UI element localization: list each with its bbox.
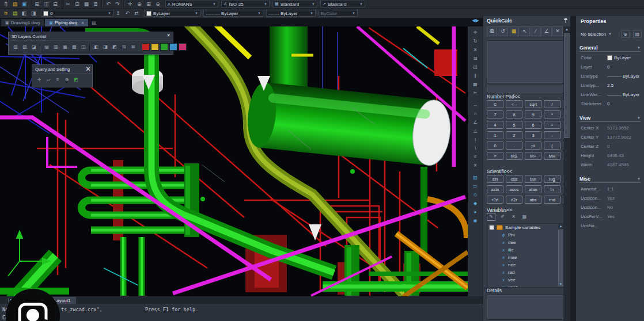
layer-match-icon[interactable]: ◪ xyxy=(29,43,39,51)
checkbox-icon[interactable] xyxy=(489,225,494,230)
paste-value-icon[interactable]: ▦ xyxy=(509,26,519,36)
property-value[interactable]: 9373.0652 xyxy=(607,125,629,131)
sci-btn-r2d[interactable]: r2d xyxy=(487,196,503,204)
paste-icon[interactable]: ▦ xyxy=(82,1,91,8)
hatch-icon[interactable]: ▨ xyxy=(469,174,482,182)
property-value[interactable]: 0 xyxy=(607,144,609,149)
cut-icon[interactable]: ✂ xyxy=(63,1,73,8)
numpad-btn-4[interactable]: 4 xyxy=(487,121,503,129)
variable-item-vee[interactable]: xvee xyxy=(487,276,563,284)
join-icon[interactable]: ≡ xyxy=(469,153,482,161)
panel-scrollbar[interactable]: ▲ xyxy=(563,26,570,321)
table-style-combo[interactable]: ▦ Standard ▼ xyxy=(272,1,317,7)
scroll-up-icon[interactable]: ▲ xyxy=(559,224,563,229)
property-row[interactable]: Linetyp...2.5 xyxy=(576,81,644,90)
open-icon[interactable]: ▤ xyxy=(10,1,20,8)
distance-between-points-icon[interactable]: ∕ xyxy=(531,26,541,36)
toggle-pickadd-icon[interactable]: ⊕ xyxy=(621,30,630,38)
layer-freeze-icon[interactable]: ▦ xyxy=(60,43,70,51)
scrollbar-thumb[interactable] xyxy=(564,33,570,138)
property-value[interactable]: ByLayer xyxy=(607,55,631,60)
query-setting-titlebar[interactable]: Query and Setting ✕ xyxy=(32,65,92,74)
mleader-style-combo[interactable]: ↗ Standard ▼ xyxy=(320,1,365,7)
section-header-view[interactable]: View▼ xyxy=(579,114,641,122)
rotate-icon[interactable]: ↻ xyxy=(469,37,482,45)
offset-icon[interactable]: ∥ xyxy=(469,72,482,80)
layer-current-icon[interactable]: ◨ xyxy=(101,43,110,51)
property-row[interactable]: Linetype————ByLayer xyxy=(576,71,644,81)
layer-lock-icon[interactable]: ◫ xyxy=(79,43,88,51)
variables-tree[interactable]: Sample variablesϕPhixdeexillexmeexneexra… xyxy=(487,223,564,288)
visual-wireframe-icon[interactable]: ◇ xyxy=(469,191,482,199)
numpad-btn-pi[interactable]: pi xyxy=(525,142,541,150)
visual-realistic-icon[interactable]: ◉ xyxy=(469,217,482,225)
visual-hidden-icon[interactable]: ◆ xyxy=(469,200,482,208)
plot-style-combo[interactable]: ByColor ▼ xyxy=(319,10,358,17)
scrollbar-thumb[interactable] xyxy=(558,230,563,286)
zoom-window-icon[interactable]: ⊞ xyxy=(144,1,153,8)
layer-unlock-icon[interactable]: ◧ xyxy=(92,43,101,51)
numpad-btn-0[interactable]: 0 xyxy=(487,142,503,150)
numpad-btn-3[interactable]: 3 xyxy=(525,131,541,139)
intersection-of-lines-icon[interactable]: ✕ xyxy=(552,26,563,36)
section-header-misc[interactable]: Misc▼ xyxy=(579,175,641,183)
query-area-icon[interactable]: ▱ xyxy=(44,75,53,84)
numpad-btn-+[interactable]: + xyxy=(544,121,560,129)
close-icon[interactable]: ✕ xyxy=(166,33,171,38)
close-icon[interactable]: ✕ xyxy=(85,65,91,73)
numpad-btn-9[interactable]: 9 xyxy=(525,110,541,119)
numpad-btn-sqrt[interactable]: sqrt xyxy=(525,100,541,108)
query-settings-icon[interactable]: ◩ xyxy=(71,75,81,84)
toolbar-scroll-arrows-icon[interactable]: ◀▶ xyxy=(468,18,483,23)
tab-piping[interactable]: ▣ Piping.dwg ✕ xyxy=(45,19,88,26)
new-variable-icon[interactable]: ✎ xyxy=(487,213,495,221)
print-preview-icon[interactable]: ◫ xyxy=(41,1,51,8)
dim-style-combo[interactable]: ∠ ISO-25 ▼ xyxy=(221,1,270,7)
variable-item-dee[interactable]: xdee xyxy=(487,239,563,246)
variable-item-Phi[interactable]: ϕPhi xyxy=(487,231,563,239)
numpad-btn-([interactable]: ( xyxy=(544,142,560,150)
property-row[interactable]: UcsIcon...No xyxy=(576,202,644,212)
zoom-previous-icon[interactable]: ⊖ xyxy=(153,1,162,8)
layer-delete-icon[interactable]: ⊠ xyxy=(128,43,138,51)
layer-yellow-icon[interactable] xyxy=(151,43,159,51)
layer-off-icon[interactable]: ◨ xyxy=(29,10,38,17)
property-row[interactable]: Center Z0 xyxy=(576,142,644,151)
close-tab-icon[interactable]: ✕ xyxy=(81,21,84,25)
numpad-btn-C[interactable]: C xyxy=(487,100,503,108)
lineweight-combo[interactable]: ——— ByLayer ▼ xyxy=(266,10,316,17)
variable-item-vee1[interactable]: xvee1 xyxy=(487,284,563,288)
layer-cyan-icon[interactable] xyxy=(169,43,177,51)
numpad-btn-*[interactable]: * xyxy=(544,110,560,119)
property-value[interactable]: 2.5 xyxy=(607,83,613,88)
layer-green-icon[interactable] xyxy=(160,43,168,51)
new-icon[interactable]: ▯ xyxy=(1,1,10,8)
numpad-btn-8[interactable]: 8 xyxy=(506,110,522,119)
trim-icon[interactable]: ✂ xyxy=(469,89,482,97)
layer-on-icon[interactable]: ◧ xyxy=(20,10,29,17)
match-properties-icon[interactable]: ≣ xyxy=(91,1,100,8)
variable-item-nee[interactable]: xnee xyxy=(487,261,563,269)
number-pad-header[interactable]: Number Pad<< xyxy=(487,94,520,100)
erase-icon[interactable]: ✕ xyxy=(469,46,482,54)
section-header-general[interactable]: General▼ xyxy=(579,44,641,52)
property-row[interactable]: ColorByLayer xyxy=(576,53,644,62)
property-row[interactable]: Center X9373.0652 xyxy=(576,123,644,132)
variable-item-mee[interactable]: xmee xyxy=(487,254,563,261)
layer-translate-icon[interactable]: ⇄ xyxy=(132,10,141,17)
numpad-btn-2[interactable]: 2 xyxy=(506,131,522,139)
layer-red-icon[interactable] xyxy=(142,43,150,51)
layer-filter-icon[interactable]: ▤ xyxy=(10,10,20,17)
mirror-icon[interactable]: ◫ xyxy=(469,63,482,71)
extend-icon[interactable]: ↔ xyxy=(469,101,482,109)
property-value[interactable]: 1:1 xyxy=(607,186,613,192)
variables-root-row[interactable]: Sample variables xyxy=(487,224,563,231)
numpad-btn-MR[interactable]: MR xyxy=(544,152,560,160)
pan-icon[interactable]: ✛ xyxy=(126,1,135,8)
tree-scrollbar[interactable]: ▲▼ xyxy=(558,224,563,287)
clear-history-icon[interactable]: ↺ xyxy=(498,26,508,36)
query-locate-icon[interactable]: ⊕ xyxy=(62,75,71,84)
sci-btn-asin[interactable]: asin xyxy=(487,185,503,193)
undo-icon[interactable]: ↶ xyxy=(104,1,113,8)
sci-btn-abs[interactable]: abs xyxy=(525,196,541,204)
